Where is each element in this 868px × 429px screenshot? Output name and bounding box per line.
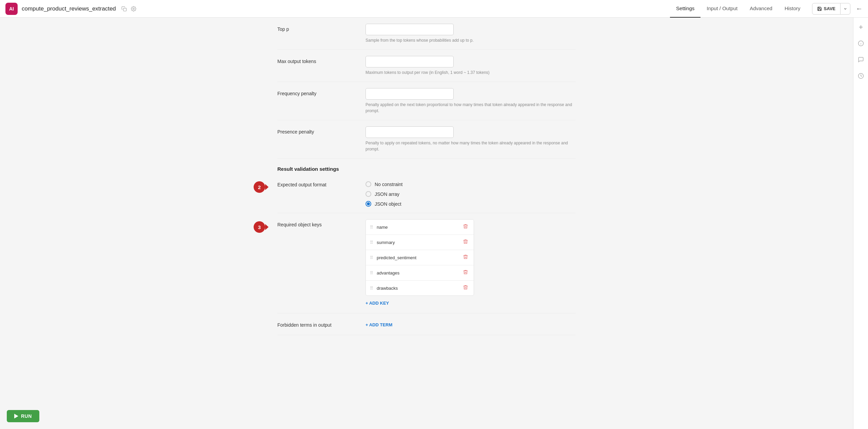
save-button[interactable]: SAVE [812,3,840,14]
forbidden-terms-row: Forbidden terms in output + ADD TERM [277,313,576,335]
drag-handle-icon[interactable]: ⠿ [370,240,373,245]
forbidden-terms-label: Forbidden terms in output [277,320,366,328]
radio-circle-no-constraint [366,181,371,187]
add-term-button[interactable]: + ADD TERM [366,321,392,329]
run-button[interactable]: RUN [7,410,39,422]
output-format-radio-group: No constraint JSON array JSON object [366,179,576,207]
plus-icon[interactable] [855,22,866,33]
keys-list: ⠿ name ⠿ summary ⠿ predicted_sentiment ⠿… [366,219,474,296]
key-name: advantages [377,270,461,275]
max-output-row: Max output tokens Maximum tokens to outp… [277,50,576,82]
run-icon [14,414,18,418]
step-badge-2: 2 [254,181,265,193]
table-row: ⠿ summary [366,235,474,250]
radio-circle-json-array [366,191,371,197]
freq-penalty-row: Frequency penalty Penalty applied on the… [277,82,576,120]
drag-handle-icon[interactable]: ⠿ [370,225,373,230]
history-icon[interactable] [855,70,866,81]
run-button-wrapper: RUN [7,410,39,422]
save-dropdown-button[interactable] [840,3,850,14]
freq-penalty-label: Frequency penalty [277,88,366,96]
svg-point-1 [133,8,134,9]
radio-json-object[interactable]: JSON object [366,201,576,207]
svg-rect-0 [123,8,126,11]
drag-handle-icon[interactable]: ⠿ [370,255,373,260]
freq-penalty-hint: Penalty applied on the next token propor… [366,102,576,114]
forbidden-terms-field: + ADD TERM [366,320,576,329]
add-key-button[interactable]: + ADD KEY [366,299,389,307]
header-actions: SAVE ← [812,3,863,15]
copy-icon[interactable] [120,5,128,13]
required-keys-field: ⠿ name ⠿ summary ⠿ predicted_sentiment ⠿… [366,219,576,307]
freq-penalty-field: Penalty applied on the next token propor… [366,88,576,114]
settings-icon[interactable] [130,5,138,13]
required-keys-row: 3 Required object keys ⠿ name ⠿ summary … [277,213,576,313]
expected-output-field: No constraint JSON array JSON object [366,179,576,207]
key-name: name [377,225,461,230]
main-content: Top p Sample from the top tokens whose p… [0,18,853,429]
radio-json-array[interactable]: JSON array [366,191,576,197]
max-output-input[interactable] [366,56,454,67]
radio-no-constraint[interactable]: No constraint [366,181,576,187]
max-output-hint: Maximum tokens to output per row (in Eng… [366,69,576,76]
key-name: drawbacks [377,286,461,291]
radio-circle-json-object [366,201,371,207]
expected-output-row: 2 Expected output format No constraint J… [277,173,576,213]
delete-key-button[interactable] [461,253,470,262]
nav-advanced[interactable]: Advanced [744,0,778,18]
presence-penalty-label: Presence penalty [277,126,366,135]
step-badge-3: 3 [254,221,265,233]
app-logo: AI [5,3,18,15]
delete-key-button[interactable] [461,269,470,277]
drag-handle-icon[interactable]: ⠿ [370,286,373,291]
drag-handle-icon[interactable]: ⠿ [370,270,373,275]
right-sidebar [853,18,868,429]
expected-output-label: Expected output format [277,179,366,187]
top-p-field: Sample from the top tokens whose probabi… [366,24,576,43]
result-validation-heading: Result validation settings [277,159,576,173]
top-p-hint: Sample from the top tokens whose probabi… [366,37,576,43]
top-p-input[interactable] [366,24,454,35]
nav-settings[interactable]: Settings [670,0,701,18]
delete-key-button[interactable] [461,223,470,231]
max-output-field: Maximum tokens to output per row (in Eng… [366,56,576,76]
presence-penalty-row: Presence penalty Penalty to apply on rep… [277,120,576,159]
table-row: ⠿ name [366,220,474,235]
info-icon[interactable] [855,38,866,49]
required-keys-label: Required object keys [277,219,366,227]
page-title: compute_product_reviews_extracted [22,5,116,12]
presence-penalty-input[interactable] [366,126,454,138]
top-p-row: Top p Sample from the top tokens whose p… [277,18,576,50]
presence-penalty-hint: Penalty to apply on repeated tokens, no … [366,140,576,152]
delete-key-button[interactable] [461,284,470,292]
main-nav: Settings Input / Output Advanced History [670,0,807,18]
top-p-label: Top p [277,24,366,32]
save-button-group: SAVE [812,3,850,15]
table-row: ⠿ drawbacks [366,281,474,295]
nav-history[interactable]: History [778,0,807,18]
chat-icon[interactable] [855,54,866,65]
table-row: ⠿ predicted_sentiment [366,250,474,265]
key-name: summary [377,240,461,245]
freq-penalty-input[interactable] [366,88,454,100]
presence-penalty-field: Penalty to apply on repeated tokens, no … [366,126,576,152]
key-name: predicted_sentiment [377,255,461,260]
max-output-label: Max output tokens [277,56,366,64]
nav-input-output[interactable]: Input / Output [701,0,744,18]
delete-key-button[interactable] [461,238,470,246]
table-row: ⠿ advantages [366,265,474,281]
app-header: AI compute_product_reviews_extracted Set… [0,0,868,18]
back-button[interactable]: ← [856,5,863,13]
